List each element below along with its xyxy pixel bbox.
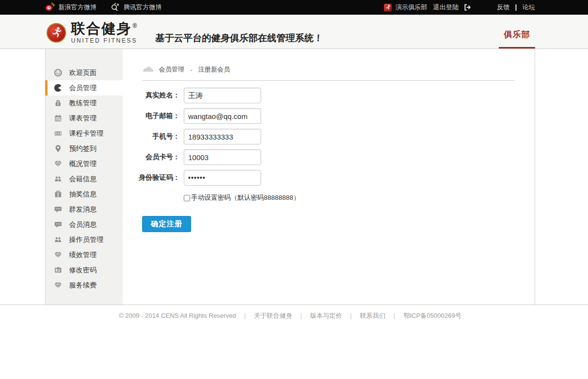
- sidebar-item-label: 修改密码: [69, 266, 97, 275]
- chat-bubble-icon: [54, 205, 62, 213]
- real-name-label: 真实姓名：: [142, 91, 180, 100]
- sidebar-item-lottery-info[interactable]: 抽奖信息: [46, 187, 122, 202]
- footer-link-pricing[interactable]: 版本与定价: [310, 312, 342, 319]
- chat-bubble-icon: [54, 220, 62, 229]
- footer-separator: |: [350, 312, 352, 319]
- sidebar-item-label: 服务续费: [69, 281, 97, 290]
- diamond-icon: [54, 160, 62, 168]
- sina-weibo-icon: [45, 2, 55, 13]
- register-form: 真实姓名： 电子邮箱： 手机号： 会员卡号： 身份验证码：: [142, 88, 515, 232]
- register-submit-button[interactable]: 确定注册: [142, 216, 191, 232]
- logout-icon[interactable]: [464, 3, 471, 11]
- club-avatar: [384, 3, 392, 12]
- diamond-icon: [54, 281, 62, 289]
- lock-icon: [54, 99, 62, 107]
- email-field[interactable]: [184, 108, 261, 124]
- footer-separator: |: [393, 312, 395, 319]
- sidebar-item-schedule[interactable]: 课表管理: [46, 111, 122, 126]
- barcode-card-icon: [54, 129, 62, 138]
- cloud-icon: [142, 66, 154, 73]
- main-panel: 会员管理 - 注册新会员 真实姓名： 电子邮箱： 手机号：: [122, 49, 535, 305]
- sidebar-item-member-message[interactable]: 会员消息: [46, 217, 122, 232]
- pacman-icon: [54, 84, 62, 92]
- sidebar-item-course-cards[interactable]: 课程卡管理: [46, 126, 122, 141]
- footer-separator: |: [244, 312, 245, 319]
- users-icon: [54, 236, 62, 244]
- header-tagline: 基于云平台的健身俱乐部在线管理系统！: [155, 32, 323, 45]
- icp-text: 鄂ICP备05000269号: [403, 312, 462, 319]
- verify-code-label: 身份验证码：: [142, 173, 180, 182]
- form-row: 身份验证码：: [142, 170, 515, 186]
- sidebar-item-membership-info[interactable]: 会籍信息: [46, 171, 122, 187]
- sidebar-item-mass-message[interactable]: 群发消息: [46, 202, 122, 217]
- footer-link-contact[interactable]: 联系我们: [360, 312, 386, 319]
- diamond-icon: [54, 251, 62, 259]
- sidebar-item-label: 会员消息: [69, 220, 97, 229]
- sidebar-item-performance[interactable]: 绩效管理: [46, 247, 122, 262]
- sidebar-item-operators[interactable]: 操作员管理: [46, 232, 122, 247]
- form-row: 会员卡号：: [142, 149, 515, 165]
- card-number-field[interactable]: [184, 149, 261, 165]
- topbar-divider: [515, 4, 516, 11]
- manual-password-checkbox[interactable]: [184, 195, 190, 201]
- map-pin-icon: [54, 144, 62, 153]
- phone-field[interactable]: [184, 129, 261, 144]
- brand-logo[interactable]: 联合健身® UNITED FITNESS: [47, 15, 139, 48]
- calendar-icon: [54, 114, 62, 122]
- tab-club[interactable]: 俱乐部: [499, 22, 535, 48]
- sidebar-item-label: 欢迎页面: [69, 69, 97, 77]
- brand-name-cn: 联合健身®: [71, 22, 139, 36]
- club-name[interactable]: 演示俱乐部: [395, 3, 427, 12]
- registered-mark: ®: [132, 23, 139, 29]
- sidebar-item-change-password[interactable]: 修改密码: [46, 262, 122, 278]
- content-section: 欢迎页面 会员管理 教练管理 课表管理: [0, 49, 588, 305]
- tencent-weibo-link[interactable]: 腾讯官方微博: [110, 2, 162, 13]
- verify-code-field[interactable]: [184, 170, 261, 186]
- sidebar-item-coaches[interactable]: 教练管理: [46, 95, 122, 111]
- breadcrumb-page: 注册新会员: [198, 65, 230, 74]
- users-icon: [54, 175, 62, 183]
- copyright-text: © 2009 - 2014 CENS All Rights Reserved: [119, 312, 236, 319]
- sidebar-item-label: 绩效管理: [69, 251, 97, 260]
- sidebar-item-label: 课表管理: [69, 114, 97, 123]
- sidebar: 欢迎页面 会员管理 教练管理 课表管理: [45, 49, 122, 305]
- smiley-icon: [54, 69, 62, 77]
- sidebar-item-welcome[interactable]: 欢迎页面: [46, 65, 122, 80]
- sina-weibo-label: 新浪官方微博: [58, 3, 97, 12]
- sidebar-item-label: 教练管理: [69, 99, 97, 108]
- manual-password-label: 手动设置密码（默认密码88888888）: [191, 193, 300, 202]
- footer-separator: |: [300, 312, 302, 319]
- phone-label: 手机号：: [142, 132, 180, 141]
- sidebar-item-label: 概况管理: [69, 160, 97, 168]
- sidebar-item-label: 课程卡管理: [69, 129, 103, 138]
- tencent-weibo-icon: [110, 2, 120, 13]
- footer-link-about[interactable]: 关于联合健身: [254, 312, 292, 319]
- topbar: 新浪官方微博 腾讯官方微博 演: [0, 0, 588, 15]
- sidebar-item-label: 操作员管理: [69, 236, 103, 244]
- breadcrumb: 会员管理 - 注册新会员: [142, 65, 515, 74]
- footer: © 2009 - 2014 CENS All Rights Reserved |…: [45, 305, 535, 327]
- email-label: 电子邮箱：: [142, 112, 180, 120]
- logout-link[interactable]: 退出登陆: [433, 3, 459, 12]
- sidebar-item-service-renewal[interactable]: 服务续费: [46, 278, 122, 293]
- manual-password-row: 手动设置密码（默认密码88888888）: [184, 193, 515, 202]
- sidebar-item-members[interactable]: 会员管理: [45, 80, 122, 95]
- brand-name-en: UNITED FITNESS: [71, 37, 139, 44]
- sina-weibo-link[interactable]: 新浪官方微博: [45, 2, 97, 13]
- sidebar-item-label: 抽奖信息: [69, 190, 97, 199]
- breadcrumb-section: 会员管理: [159, 65, 184, 74]
- real-name-field[interactable]: [184, 88, 261, 103]
- sidebar-item-label: 预约签到: [69, 144, 97, 153]
- id-card-icon: [54, 266, 62, 274]
- form-row: 手机号：: [142, 129, 515, 144]
- breadcrumb-separator: -: [190, 66, 192, 73]
- sidebar-item-overview[interactable]: 概况管理: [46, 156, 122, 171]
- forum-link[interactable]: 论坛: [522, 3, 535, 12]
- feedback-link[interactable]: 反馈: [497, 3, 510, 12]
- sidebar-item-booking-checkin[interactable]: 预约签到: [46, 141, 122, 156]
- card-number-label: 会员卡号：: [142, 153, 180, 162]
- sidebar-item-label: 会籍信息: [69, 175, 97, 184]
- header: 联合健身® UNITED FITNESS 基于云平台的健身俱乐部在线管理系统！ …: [0, 15, 588, 49]
- sidebar-item-label: 群发消息: [69, 205, 97, 214]
- form-row: 真实姓名：: [142, 88, 515, 103]
